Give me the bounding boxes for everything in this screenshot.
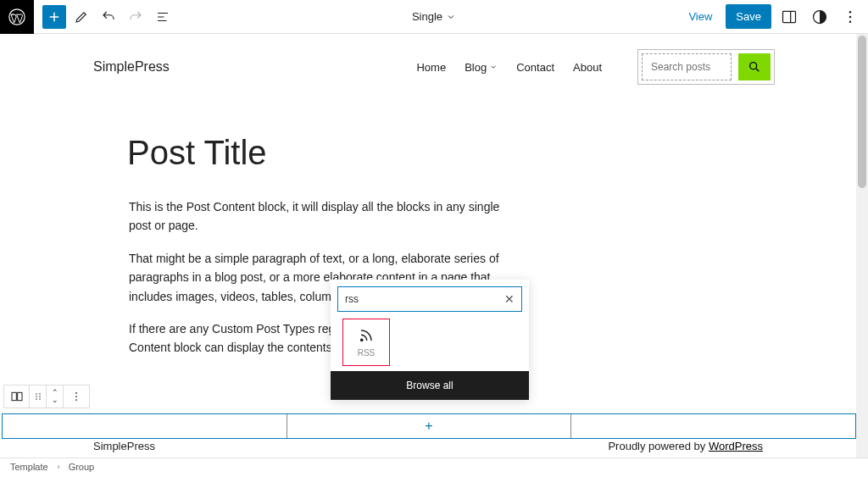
block-toolbar: ⌃ ⌄ <box>3 385 90 408</box>
svg-point-9 <box>36 393 37 395</box>
breadcrumb-item[interactable]: Group <box>69 462 95 472</box>
footer-site-title[interactable]: SimplePress <box>93 440 155 452</box>
svg-point-15 <box>75 392 77 394</box>
nav-blog[interactable]: Blog <box>465 61 498 74</box>
footer-credit: Proudly powered by WordPress <box>608 440 763 452</box>
nav-about[interactable]: About <box>573 61 602 74</box>
more-options-button[interactable] <box>837 4 863 30</box>
undo-button[interactable] <box>97 5 120 29</box>
svg-point-10 <box>39 393 41 395</box>
scrollbar[interactable] <box>856 34 868 474</box>
search-input[interactable] <box>642 53 732 80</box>
rss-icon <box>359 328 374 343</box>
block-type-button[interactable] <box>4 385 30 408</box>
column-middle[interactable]: + <box>287 414 572 438</box>
svg-point-3 <box>849 10 852 12</box>
svg-point-5 <box>849 20 852 23</box>
block-inserter-popover: ✕ RSS Browse all <box>331 280 529 400</box>
post-paragraph[interactable]: This is the Post Content block, it will … <box>129 197 502 236</box>
svg-point-11 <box>36 396 37 397</box>
svg-rect-8 <box>17 392 21 400</box>
wordpress-logo[interactable] <box>0 0 34 34</box>
add-block-inline-button[interactable]: + <box>425 419 432 434</box>
svg-rect-1 <box>783 11 796 22</box>
template-label: Single <box>412 10 442 23</box>
search-icon <box>748 60 761 74</box>
block-options-button[interactable] <box>64 385 89 408</box>
inserter-search-wrap: ✕ <box>337 286 522 312</box>
inserter-search-input[interactable] <box>345 293 504 305</box>
inserter-result-label: RSS <box>358 348 376 358</box>
view-link[interactable]: View <box>680 5 721 28</box>
block-breadcrumb: Template Group <box>0 458 868 474</box>
svg-point-4 <box>849 15 852 18</box>
chevron-right-icon <box>55 463 62 470</box>
column-left[interactable] <box>3 414 287 438</box>
move-down-button[interactable]: ⌄ <box>52 396 58 404</box>
clear-search-button[interactable]: ✕ <box>504 292 515 306</box>
save-button[interactable]: Save <box>726 4 771 29</box>
chevron-down-icon <box>446 12 456 22</box>
scrollbar-thumb[interactable] <box>858 36 866 188</box>
column-right[interactable] <box>571 414 855 438</box>
columns-block[interactable]: + <box>2 413 856 439</box>
nav-contact[interactable]: Contact <box>516 61 554 74</box>
inserter-result-rss[interactable]: RSS <box>342 319 390 366</box>
drag-handle[interactable] <box>30 385 47 408</box>
search-submit-button[interactable] <box>738 53 771 80</box>
sidebar-toggle-button[interactable] <box>776 4 802 30</box>
add-block-button[interactable] <box>42 5 66 29</box>
search-block <box>637 49 775 85</box>
browse-all-button[interactable]: Browse all <box>331 371 529 400</box>
edit-tool-button[interactable] <box>70 5 93 29</box>
svg-rect-7 <box>12 392 16 400</box>
document-outline-button[interactable] <box>151 5 175 29</box>
styles-button[interactable] <box>807 4 832 30</box>
breadcrumb-item[interactable]: Template <box>10 462 48 472</box>
svg-point-13 <box>36 398 37 400</box>
nav-home[interactable]: Home <box>416 61 446 74</box>
svg-point-16 <box>75 396 77 397</box>
chevron-down-icon <box>489 63 498 71</box>
svg-point-14 <box>39 398 41 400</box>
site-title[interactable]: SimplePress <box>93 59 170 75</box>
wordpress-link[interactable]: WordPress <box>709 440 763 452</box>
post-title[interactable]: Post Title <box>127 134 739 172</box>
svg-point-6 <box>750 63 757 69</box>
template-selector[interactable]: Single <box>412 10 456 23</box>
svg-point-17 <box>75 399 77 401</box>
svg-point-18 <box>361 339 363 341</box>
nav-blog-label: Blog <box>465 61 487 74</box>
svg-point-12 <box>39 396 41 397</box>
redo-button <box>124 5 147 29</box>
